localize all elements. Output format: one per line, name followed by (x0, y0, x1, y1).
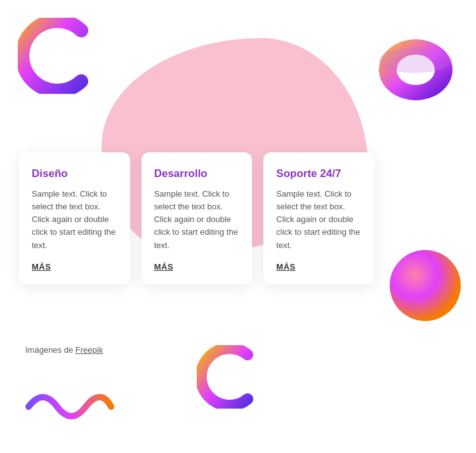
card-desarrollo-text: Sample text. Click to select the text bo… (154, 188, 240, 252)
footer-attribution: Imágenes de Freepik (25, 345, 103, 355)
card-desarrollo-title: Desarrollo (154, 167, 240, 180)
c-curve-top-left-icon (18, 18, 94, 94)
wave-bottom-left-icon (25, 391, 114, 423)
card-soporte: Soporte 24/7 Sample text. Click to selec… (263, 152, 374, 284)
card-diseno-title: Diseño (32, 167, 117, 180)
footer-label: Imágenes de (25, 345, 76, 355)
card-soporte-link[interactable]: MÁS (276, 262, 362, 272)
freepik-link[interactable]: Freepik (76, 345, 103, 355)
torus-top-right-icon (374, 35, 457, 105)
card-soporte-title: Soporte 24/7 (276, 167, 362, 180)
card-diseno-link[interactable]: MÁS (32, 262, 117, 272)
card-diseno: Diseño Sample text. Click to select the … (19, 152, 130, 284)
sphere-bottom-right-icon (387, 247, 463, 324)
c-curve-bottom-center-icon (197, 345, 260, 409)
cards-container: Diseño Sample text. Click to select the … (19, 152, 374, 284)
card-soporte-text: Sample text. Click to select the text bo… (276, 188, 362, 252)
card-desarrollo: Desarrollo Sample text. Click to select … (142, 152, 253, 284)
card-diseno-text: Sample text. Click to select the text bo… (32, 188, 117, 252)
svg-point-3 (390, 250, 461, 321)
card-desarrollo-link[interactable]: MÁS (154, 262, 240, 272)
svg-point-2 (379, 48, 453, 73)
